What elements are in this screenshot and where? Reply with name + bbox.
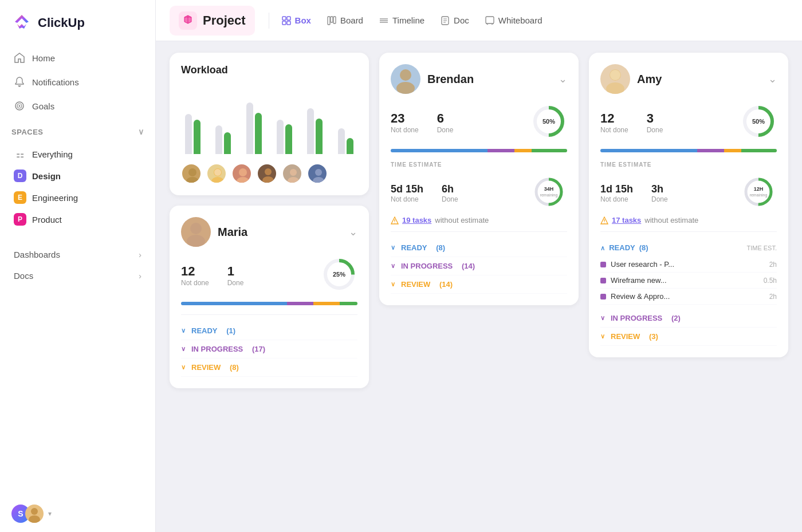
avatar-5[interactable] [282,163,302,184]
amy-warning-count[interactable]: 17 tasks [612,216,641,224]
svg-point-35 [288,177,299,184]
workload-card: Workload [170,53,369,195]
maria-statuses: ∨ READY (1) ∨ IN PROGRESS (17) ∨ REVIEW … [181,314,357,377]
amy-status-in-progress[interactable]: ∨ IN PROGRESS (2) [600,309,777,328]
maria-name: Maria [218,226,247,239]
in-progress-chevron-icon: ∨ [181,345,186,353]
task-row-2[interactable]: Wireframe new... 0.5h [600,273,777,289]
brendan-status-in-progress[interactable]: ∨ IN PROGRESS (14) [391,257,567,275]
user-avatars[interactable]: S [11,505,44,523]
topnav: Project Box Board Timeline Doc Whiteboar… [156,0,802,41]
maria-status-ready[interactable]: ∨ READY (1) [181,322,357,340]
sidebar-item-engineering-label: Engineering [32,193,78,203]
amy-time-done: 3h Done [651,183,668,203]
sidebar-item-home[interactable]: Home [7,46,148,70]
amy-donut: 50% [740,103,777,142]
view-board-button[interactable]: Board [319,11,371,30]
amy-progress-bar [600,149,777,152]
brendan-prog-yellow [514,149,532,152]
brendan-header: Brendan ⌄ [391,64,567,94]
main-area: Project Box Board Timeline Doc Whiteboar… [156,0,802,532]
sidebar-item-design[interactable]: D Design [7,165,148,187]
brendan-warning-count[interactable]: 19 tasks [402,216,431,224]
brendan-warning: 19 tasks without estimate [391,216,567,224]
svg-point-43 [396,82,415,94]
progress-purple [287,302,313,305]
sidebar-item-everything[interactable]: ⚏ Everything [7,143,148,165]
svg-point-32 [265,168,272,175]
svg-rect-8 [282,21,286,25]
avatar-2[interactable] [206,163,227,184]
svg-rect-20 [486,17,494,23]
brendan-not-done-stat: 23 Not done [391,111,419,134]
bar-group-3 [242,97,266,154]
svg-point-30 [239,168,247,176]
maria-status-review[interactable]: ∨ REVIEW (8) [181,358,357,377]
project-label: Project [203,13,246,28]
amy-not-done-stat: 12 Not done [600,111,628,134]
avatar-1[interactable] [181,163,202,184]
view-timeline-button[interactable]: Timeline [371,11,433,30]
amy-prog-purple [697,149,724,152]
sidebar-item-product-label: Product [32,215,62,224]
sidebar-item-goals[interactable]: Goals [7,94,148,118]
view-box-button[interactable]: Box [274,11,319,30]
task-1-time: 2h [769,261,777,269]
brendan-time-not-done: 5d 15h Not done [391,183,423,203]
task-1-dot [600,262,606,267]
amy-time-not-done: 1d 15h Not done [600,183,633,203]
task-row-1[interactable]: User research - P... 2h [600,257,777,273]
brendan-progress-bar [391,149,567,152]
amy-header: Amy ⌄ [600,64,777,94]
maria-done-stat: 1 Done [227,264,244,287]
amy-status-review[interactable]: ∨ REVIEW (3) [600,328,777,346]
brendan-time-estimate-label: TIME ESTIMATE [391,161,567,168]
logo: ClickUp [0,0,155,46]
sidebar-nav: Home Notifications Goals [0,46,155,118]
bar-green-5 [316,119,323,154]
ready-chevron-icon: ∨ [181,327,186,334]
brendan-ready-chevron: ∨ [391,244,395,251]
amy-status-ready-header[interactable]: ∧ READY (8) TIME EST. [600,239,777,257]
spaces-chevron-icon[interactable]: ∨ [138,127,144,136]
sidebar-item-docs[interactable]: Docs › [7,265,148,286]
bar-green-4 [285,124,292,154]
avatar-6[interactable] [307,163,328,184]
amy-ready-chevron-icon: ∧ [600,245,605,251]
task-3-time: 2h [769,293,777,301]
avatar-3[interactable] [231,163,252,184]
maria-status-in-progress[interactable]: ∨ IN PROGRESS (17) [181,340,357,358]
sidebar-item-engineering[interactable]: E Engineering [7,187,148,208]
bar-group-5 [303,97,327,154]
svg-point-28 [211,177,224,184]
whiteboard-icon [485,16,494,25]
column-1: Workload [170,53,369,388]
sidebar-item-product[interactable]: P Product [7,208,148,230]
maria-not-done-label: Not done [181,279,209,287]
brendan-time-row: 5d 15h Not done 6h Done 34H remaining [391,174,567,212]
user-dropdown-icon[interactable]: ▾ [48,510,52,518]
brendan-chevron-icon[interactable]: ⌄ [559,73,567,85]
bar-group-4 [273,97,296,154]
task-3-dot [600,294,606,300]
avatar-4[interactable] [257,163,277,184]
svg-point-49 [394,222,395,223]
maria-chevron-icon[interactable]: ⌄ [349,226,357,238]
brendan-done-stat: 6 Done [437,111,454,134]
brendan-remaining-text: 34H [544,186,554,192]
svg-point-36 [315,169,322,176]
view-doc-button[interactable]: Doc [433,11,477,30]
sidebar-item-dashboards[interactable]: Dashboards › [7,244,148,265]
brendan-status-review[interactable]: ∨ REVIEW (14) [391,275,567,294]
project-button[interactable]: Project [170,6,255,36]
maria-percent-text: 25% [333,271,345,278]
maria-avatar [181,217,211,247]
view-whiteboard-button[interactable]: Whiteboard [477,11,551,30]
sidebar-item-notifications[interactable]: Notifications [7,70,148,94]
amy-chevron-icon[interactable]: ⌄ [768,73,777,85]
svg-point-38 [190,223,202,234]
bar-gray-5 [307,108,314,154]
brendan-status-ready[interactable]: ∨ READY (8) [391,239,567,257]
amy-remaining-label: remaining [750,193,768,198]
task-row-3[interactable]: Review & Appro... 2h [600,289,777,305]
